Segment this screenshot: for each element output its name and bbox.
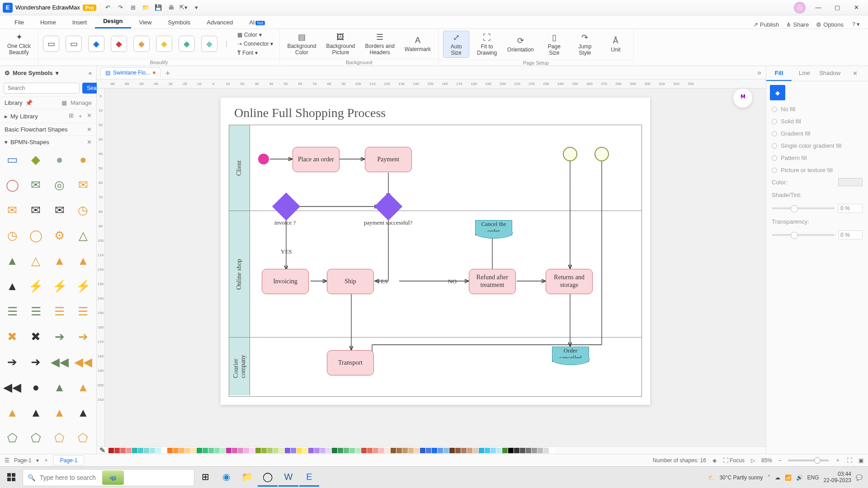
transparency-slider[interactable] — [772, 234, 835, 236]
chrome-icon[interactable]: ◯ — [258, 469, 278, 487]
menu-home[interactable]: Home — [32, 16, 64, 28]
pagelist-icon[interactable]: ☰ — [5, 457, 9, 464]
bpmn-shape[interactable]: ◷ — [75, 202, 91, 218]
bpmn-shape[interactable]: ▲ — [52, 405, 67, 420]
theme-swatch-1[interactable]: ▭ — [43, 36, 59, 52]
shade-slider[interactable] — [772, 207, 835, 209]
color-swatch[interactable] — [338, 448, 343, 453]
bpmn-shape[interactable]: ⚡ — [75, 278, 91, 294]
ribbon-font-button[interactable]: TFont▾ — [236, 49, 275, 57]
bpmn-shape[interactable]: ▲ — [52, 253, 67, 268]
cat1-close-icon[interactable]: ✕ — [87, 126, 92, 133]
bpmn-shape[interactable]: ▲ — [5, 405, 20, 420]
focus-button[interactable]: ⛶ Focus — [723, 457, 745, 464]
auto-size-button[interactable]: ⤢Auto Size — [443, 31, 469, 58]
color-swatch[interactable] — [543, 448, 549, 453]
help-icon[interactable]: ？▾ — [851, 20, 860, 28]
color-swatch[interactable] — [285, 448, 290, 453]
fill-option[interactable]: Single color gradient fill — [772, 142, 863, 149]
color-swatch[interactable] — [120, 448, 126, 453]
color-swatch[interactable] — [156, 448, 161, 453]
bpmn-shape[interactable]: ▲ — [5, 278, 20, 294]
bpmn-shape[interactable]: ● — [75, 152, 91, 167]
color-swatch[interactable] — [414, 448, 420, 453]
bpmn-shape[interactable]: ◀◀ — [52, 354, 67, 370]
presentation-icon[interactable]: ▷ — [751, 457, 755, 464]
lib-add-icon[interactable]: ⊞ — [69, 112, 74, 120]
bpmn-shape[interactable]: ➔ — [75, 329, 91, 344]
color-swatch[interactable] — [514, 448, 519, 453]
unit-button[interactable]: ÅUnit — [603, 34, 629, 54]
theme-swatch-4[interactable]: ◆ — [111, 36, 127, 52]
color-swatch[interactable] — [344, 448, 349, 453]
end-event-2[interactable] — [594, 147, 609, 161]
end-event-1[interactable] — [563, 147, 577, 161]
weather-icon[interactable]: ⛅ — [708, 474, 715, 481]
color-swatch[interactable] — [402, 448, 408, 453]
menu-file[interactable]: File — [6, 16, 32, 28]
tab-shadow[interactable]: Shadow — [817, 66, 843, 81]
bpmn-shape[interactable]: ◯ — [28, 228, 43, 243]
bpmn-shape[interactable]: ▲ — [52, 380, 67, 395]
color-swatch[interactable] — [408, 448, 414, 453]
language-icon[interactable]: ENG — [807, 474, 819, 481]
color-swatch[interactable] — [426, 448, 431, 453]
cat-bpmn[interactable]: BPMN-Shapes — [10, 139, 49, 145]
menu-symbols[interactable]: Symbols — [160, 16, 198, 28]
bpmn-shape[interactable]: ✖ — [28, 329, 43, 344]
bpmn-shape[interactable]: ● — [52, 152, 67, 167]
bpmn-shape[interactable]: ▲ — [75, 405, 91, 420]
save-icon[interactable]: 💾 — [154, 4, 162, 12]
color-swatch[interactable] — [532, 448, 537, 453]
bpmn-shape[interactable]: ◀◀ — [5, 380, 20, 395]
bpmn-shape[interactable]: ☰ — [28, 304, 43, 319]
bpmn-shape[interactable]: ☰ — [5, 304, 20, 319]
close-button[interactable]: ✕ — [847, 1, 865, 14]
color-swatch[interactable] — [114, 448, 120, 453]
theme-scroll-icon[interactable]: ⋮ — [224, 41, 229, 47]
bpmn-shape[interactable]: ⬠ — [52, 430, 67, 446]
bpmn-shape[interactable]: ⬠ — [28, 430, 43, 446]
share-button[interactable]: ⋔ Share — [786, 21, 809, 28]
bpmn-shape[interactable]: ⚡ — [52, 278, 67, 294]
color-swatch[interactable] — [267, 448, 273, 453]
color-swatch[interactable] — [250, 448, 255, 453]
library-label[interactable]: Library — [5, 99, 23, 106]
minimize-button[interactable]: ― — [809, 1, 827, 14]
color-swatch[interactable] — [526, 448, 531, 453]
color-swatch[interactable] — [255, 448, 261, 453]
color-swatch[interactable] — [302, 448, 308, 453]
edrawmax-taskbar-icon[interactable]: E — [299, 469, 319, 487]
color-swatch[interactable] — [491, 448, 496, 453]
color-swatch[interactable] — [391, 448, 396, 453]
color-swatch[interactable] — [455, 448, 461, 453]
bpmn-shape[interactable]: ◎ — [52, 177, 67, 192]
fill-option[interactable]: Solid fill — [772, 118, 863, 125]
cat-basic-flowchart[interactable]: Basic Flowchart Shapes — [5, 126, 67, 133]
page-tab[interactable]: Page-1 — [53, 455, 85, 465]
bpmn-shape[interactable]: ☰ — [75, 304, 91, 319]
menu-insert[interactable]: Insert — [64, 16, 95, 28]
eyedropper-icon[interactable]: ✎ — [99, 446, 105, 455]
color-swatch[interactable] — [167, 448, 173, 453]
bpmn-shape[interactable]: ☰ — [52, 304, 67, 319]
word-icon[interactable]: W — [278, 469, 298, 487]
publish-button[interactable]: ↗ Publish — [753, 21, 779, 28]
color-swatch[interactable] — [208, 448, 214, 453]
doc-tab[interactable]: ▤Swimlane Flo... — [100, 67, 160, 78]
color-swatch[interactable] — [108, 448, 114, 453]
color-swatch[interactable] — [385, 448, 390, 453]
tray-chevron-icon[interactable]: ˄ — [768, 474, 770, 481]
color-swatch[interactable] — [297, 448, 302, 453]
collapse-left-icon[interactable]: « — [89, 70, 92, 76]
bpmn-shape[interactable]: ● — [28, 380, 43, 395]
open-icon[interactable]: 📁 — [142, 4, 150, 12]
fit-drawing-button[interactable]: ⛶Fit to Drawing — [474, 31, 500, 57]
theme-swatch-2[interactable]: ▭ — [66, 36, 82, 52]
symbol-search-input[interactable] — [4, 83, 80, 94]
color-swatch[interactable] — [244, 448, 249, 453]
canvas-page[interactable]: Online Full Shopping Process Client Onli… — [221, 98, 650, 405]
color-swatch[interactable] — [226, 448, 231, 453]
color-swatch[interactable] — [238, 448, 243, 453]
color-swatch[interactable] — [326, 448, 331, 453]
